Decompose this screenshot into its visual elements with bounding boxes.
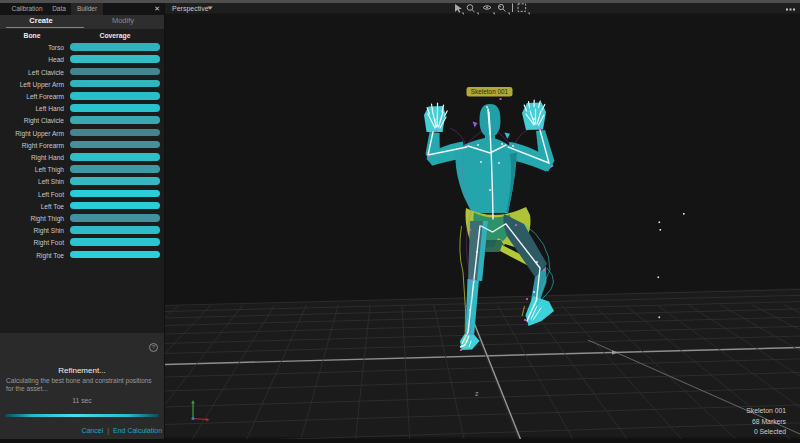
svg-text:z: z — [475, 390, 479, 397]
svg-text:Skeleton 001: Skeleton 001 — [746, 407, 786, 414]
svg-text:0 Selected: 0 Selected — [754, 428, 786, 435]
svg-text:68 Markers: 68 Markers — [752, 418, 787, 425]
svg-text:Skeleton 001: Skeleton 001 — [471, 88, 509, 95]
svg-text:Perspective: Perspective — [172, 5, 209, 13]
